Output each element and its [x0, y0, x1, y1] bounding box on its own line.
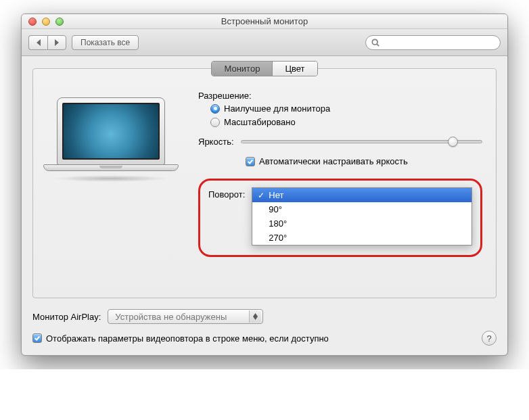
checkbox-icon [246, 157, 255, 166]
resolution-group: Разрешение: Наилучшее для монитора Масшт… [198, 91, 482, 127]
check-icon [34, 335, 41, 342]
airplay-label: Монитор AirPlay: [32, 312, 101, 322]
svg-line-1 [377, 44, 379, 46]
content: Монитор Цвет Разрешение: [22, 56, 507, 355]
rotation-label: Поворот: [208, 187, 245, 200]
airplay-row: Монитор AirPlay: Устройства не обнаружен… [32, 309, 497, 324]
traffic-lights [22, 18, 64, 26]
rotation-dropdown[interactable]: ✓ Нет 90° 180° 270° [252, 187, 472, 246]
resolution-label: Разрешение: [198, 91, 482, 101]
window-title: Встроенный монитор [22, 16, 507, 26]
resolution-scaled-label: Масштабировано [224, 117, 296, 127]
laptop-screen [62, 103, 160, 160]
brightness-row: Яркость: [198, 137, 482, 147]
popup-arrows-icon [249, 310, 261, 323]
nav-segment [28, 35, 66, 50]
rotation-option-label: 90° [269, 204, 282, 214]
resolution-scaled-radio[interactable]: Масштабировано [210, 117, 482, 127]
back-button[interactable] [28, 35, 47, 50]
mirror-checkbox[interactable] [32, 333, 42, 343]
brightness-label: Яркость: [198, 137, 234, 147]
brightness-slider[interactable] [241, 140, 482, 143]
minimize-button[interactable] [42, 18, 50, 26]
rotation-highlight: Поворот: ✓ Нет 90° 180° [198, 179, 482, 257]
resolution-best-label: Наилучшее для монитора [224, 103, 330, 114]
resolution-best-radio[interactable]: Наилучшее для монитора [210, 103, 482, 114]
mirror-label: Отображать параметры видеоповтора в стро… [46, 333, 329, 344]
auto-brightness-label: Автоматически настраивать яркость [259, 156, 408, 166]
tab-bar: Монитор Цвет [211, 61, 317, 76]
rotation-option-270[interactable]: 270° [252, 231, 472, 245]
rotation-option-label: 180° [269, 218, 287, 229]
chevron-right-icon [54, 39, 60, 46]
toolbar: Показать все [22, 29, 507, 56]
radio-icon [210, 118, 220, 127]
laptop-base [43, 164, 179, 171]
titlebar: Встроенный монитор [22, 14, 507, 29]
show-all-label: Показать все [80, 38, 130, 47]
radio-icon [210, 104, 220, 114]
settings-column: Разрешение: Наилучшее для монитора Масшт… [198, 91, 482, 257]
search-input[interactable] [384, 38, 495, 47]
rotation-option-none[interactable]: ✓ Нет [252, 188, 472, 202]
zoom-button[interactable] [55, 18, 64, 26]
brightness-thumb[interactable] [448, 137, 458, 147]
auto-brightness-checkbox[interactable]: Автоматически настраивать яркость [198, 156, 482, 166]
show-all-button[interactable]: Показать все [72, 35, 139, 50]
rotation-option-180[interactable]: 180° [252, 216, 472, 231]
rotation-option-label: 270° [269, 233, 287, 243]
rotation-option-label: Нет [269, 190, 283, 200]
tab-color[interactable]: Цвет [272, 62, 317, 76]
tab-color-label: Цвет [285, 64, 304, 74]
laptop-body [57, 97, 165, 165]
laptop-shadow [53, 175, 168, 182]
chevron-left-icon [36, 39, 41, 46]
airplay-value: Устройства не обнаружены [115, 312, 227, 322]
airplay-popup[interactable]: Устройства не обнаружены [108, 309, 263, 324]
close-button[interactable] [28, 18, 37, 26]
footer-row: Отображать параметры видеоповтора в стро… [32, 331, 497, 346]
tab-monitor-label: Монитор [224, 64, 260, 74]
bottom-area: Монитор AirPlay: Устройства не обнаружен… [32, 309, 497, 346]
monitor-illustration [47, 97, 175, 257]
check-icon [247, 158, 254, 165]
main-panel: Монитор Цвет Разрешение: [32, 68, 497, 298]
help-button[interactable]: ? [482, 331, 497, 346]
tab-monitor[interactable]: Монитор [212, 62, 272, 76]
prefs-window: Встроенный монитор Показать все Монитор [21, 14, 508, 356]
help-icon: ? [486, 333, 491, 344]
search-icon [371, 39, 380, 47]
search-field[interactable] [365, 35, 501, 50]
svg-point-0 [372, 39, 377, 45]
forward-button[interactable] [47, 35, 66, 50]
check-icon: ✓ [258, 191, 264, 200]
rotation-option-90[interactable]: 90° [252, 202, 472, 216]
